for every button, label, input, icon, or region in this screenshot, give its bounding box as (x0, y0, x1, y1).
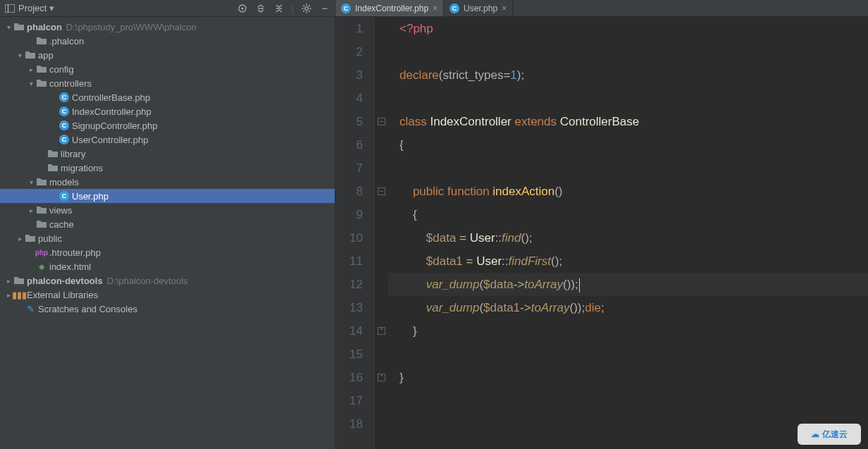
tab-label: User.php (464, 4, 497, 13)
tree-label: migrations (61, 163, 103, 173)
editor-area: C IndexController.php × C User.php × 1 2… (335, 0, 868, 449)
tab-indexcontroller[interactable]: C IndexController.php × (335, 0, 444, 16)
php-class-icon: C (58, 121, 70, 130)
folder-icon (24, 51, 37, 59)
tree-label: IndexController.php (72, 106, 151, 117)
tree-item-indexcontroller[interactable]: C IndexController.php (0, 104, 335, 118)
tree-label: .phalcon (49, 36, 84, 47)
tree-item-user-php[interactable]: C User.php (0, 189, 335, 203)
tree-label: ControllerBase.php (72, 92, 150, 103)
tree-label: index.html (49, 262, 91, 272)
tree-label: Scratches and Consoles (38, 304, 137, 314)
tree-item-migrations[interactable]: migrations (0, 161, 335, 175)
tab-label: IndexController.php (355, 4, 428, 13)
folder-icon (35, 79, 48, 87)
tree-label: UserController.php (72, 135, 148, 145)
tree-item-usercontroller[interactable]: C UserController.php (0, 133, 335, 147)
text-cursor (579, 278, 580, 293)
tree-label: phalcon (27, 22, 62, 32)
project-toolbar-title: Project (18, 3, 46, 13)
tree-label: SignupController.php (72, 121, 157, 131)
folder-icon (35, 37, 48, 45)
library-icon: ▮▮▮ (13, 290, 25, 300)
svg-line-14 (303, 11, 304, 12)
tree-label: cache (49, 219, 74, 230)
svg-point-3 (241, 7, 243, 9)
folder-icon (35, 65, 48, 73)
project-sidebar: Project ▾ | − ▾ phalcon D:\phpstudy_pro\… (0, 0, 335, 449)
tab-user[interactable]: C User.php × (444, 0, 513, 16)
tree-label: public (38, 233, 62, 244)
dropdown-icon[interactable]: ▾ (49, 3, 54, 13)
tree-path: D:\phalcon-devtools (107, 276, 188, 286)
php-class-icon: C (58, 191, 70, 201)
folder-icon (13, 276, 25, 285)
tree-label: models (49, 177, 79, 187)
project-tree[interactable]: ▾ phalcon D:\phpstudy_pro\WWW\phalcon .p… (0, 17, 335, 449)
code-content[interactable]: <?php declare(strict_types=1); class Ind… (388, 17, 868, 449)
svg-point-6 (305, 6, 309, 10)
locate-icon[interactable] (237, 3, 248, 14)
tree-item-controllers[interactable]: ▾ controllers (0, 76, 335, 90)
tree-item-config[interactable]: ▸ config (0, 62, 335, 76)
tree-label: External Libraries (27, 290, 98, 300)
tree-item-library[interactable]: library (0, 147, 335, 161)
tree-item-indexhtml[interactable]: ◆ index.html (0, 259, 335, 273)
svg-line-11 (303, 5, 304, 6)
tree-root-devtools[interactable]: ▸ phalcon-devtools D:\phalcon-devtools (0, 273, 335, 288)
tree-item-models[interactable]: ▾ models (0, 175, 335, 189)
svg-rect-0 (5, 4, 15, 13)
tree-item-views[interactable]: ▸ views (0, 203, 335, 217)
folder-icon (35, 206, 48, 214)
project-view-icon (4, 3, 16, 14)
tree-label: library (61, 149, 85, 159)
php-class-icon: C (58, 106, 70, 116)
collapse-all-icon[interactable] (273, 3, 285, 14)
tree-label: controllers (49, 78, 92, 89)
fold-end-icon[interactable]: ⌃ (378, 327, 385, 335)
tree-item-htrouter[interactable]: php .htrouter.php (0, 245, 335, 259)
tree-path: D:\phpstudy_pro\WWW\phalcon (66, 22, 197, 32)
tree-item-controllerbase[interactable]: C ControllerBase.php (0, 90, 335, 104)
hide-icon[interactable]: − (319, 3, 330, 14)
php-class-icon: C (450, 4, 459, 13)
folder-icon (46, 164, 59, 172)
tree-label: config (49, 64, 74, 75)
svg-line-12 (309, 11, 310, 12)
tree-label: .htrouter.php (49, 247, 101, 258)
html-file-icon: ◆ (35, 262, 48, 271)
fold-icon[interactable]: – (378, 187, 385, 195)
tree-item-dot-phalcon[interactable]: .phalcon (0, 34, 335, 48)
tree-item-cache[interactable]: cache (0, 217, 335, 231)
php-class-icon: C (341, 4, 351, 13)
line-number-gutter: 1 2 3 4 5 6 7 8 9 10 11 12 13 14 15 16 1… (335, 17, 374, 449)
tree-label: views (49, 205, 73, 216)
folder-icon (13, 23, 25, 31)
project-toolbar: Project ▾ | − (0, 0, 335, 17)
close-icon[interactable]: × (433, 4, 438, 13)
watermark: ☁亿速云 (798, 424, 861, 445)
tree-item-public[interactable]: ▸ public (0, 231, 335, 245)
tree-scratches[interactable]: ✎ Scratches and Consoles (0, 302, 335, 316)
tree-label: phalcon-devtools (27, 276, 103, 286)
tree-label: app (38, 50, 54, 61)
tree-item-signupcontroller[interactable]: C SignupController.php (0, 118, 335, 133)
tree-root-phalcon[interactable]: ▾ phalcon D:\phpstudy_pro\WWW\phalcon (0, 20, 335, 34)
expand-all-icon[interactable] (255, 3, 266, 14)
tree-item-app[interactable]: ▾ app (0, 48, 335, 62)
fold-icon[interactable]: – (378, 118, 385, 125)
code-editor[interactable]: 1 2 3 4 5 6 7 8 9 10 11 12 13 14 15 16 1… (335, 17, 868, 449)
folder-icon (24, 234, 37, 242)
tree-external-libraries[interactable]: ▸▮▮▮ External Libraries (0, 288, 335, 302)
editor-tabs: C IndexController.php × C User.php × (335, 0, 868, 17)
folder-icon (35, 220, 48, 228)
close-icon[interactable]: × (502, 4, 507, 13)
php-class-icon: C (58, 92, 70, 102)
folder-icon (35, 178, 48, 186)
scratches-icon: ✎ (24, 304, 37, 314)
folder-icon (46, 149, 59, 158)
php-file-icon: php (35, 249, 48, 257)
fold-strip: – – ⌃ ⌃ (374, 17, 388, 449)
fold-end-icon[interactable]: ⌃ (378, 374, 385, 381)
settings-icon[interactable] (301, 3, 312, 14)
